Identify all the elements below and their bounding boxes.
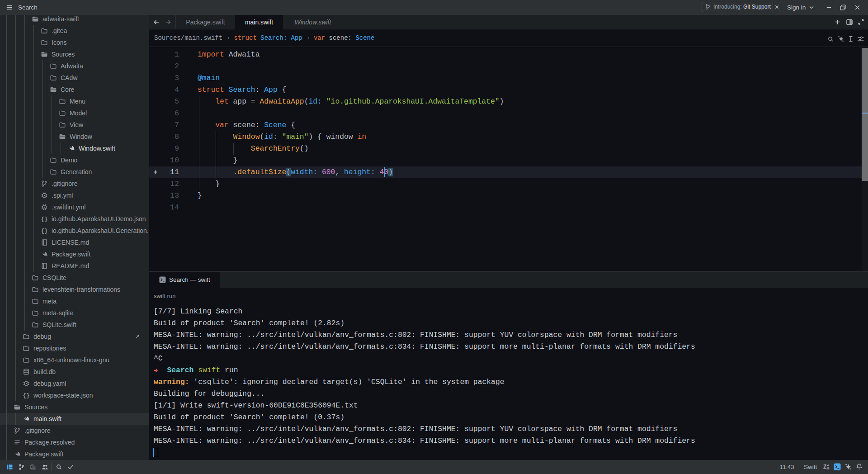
svg-text:{}: {} [23,393,29,399]
svg-text:{}: {} [41,216,47,223]
svg-text:{}: {} [41,228,47,234]
svg-text:Z: Z [823,464,826,470]
